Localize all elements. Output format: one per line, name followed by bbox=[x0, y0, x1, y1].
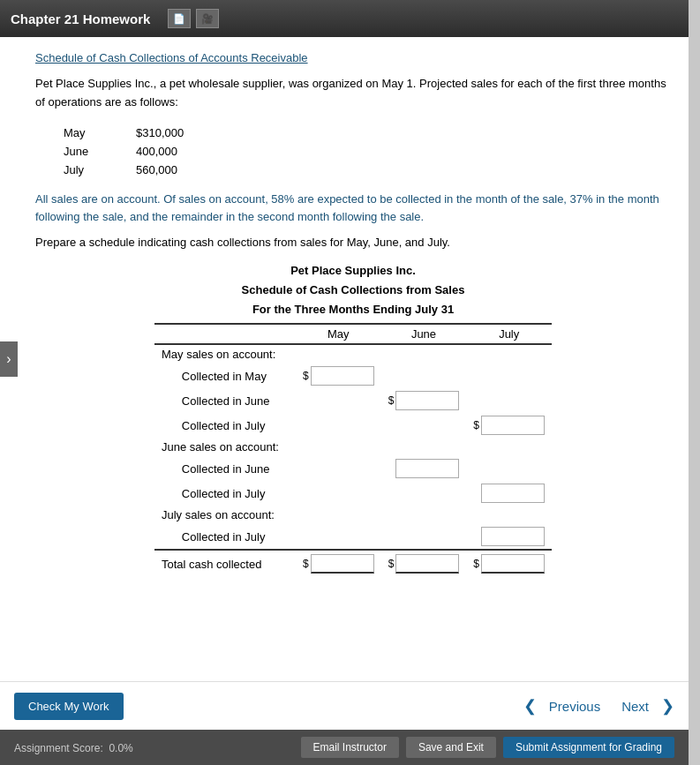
email-instructor-button[interactable]: Email Instructor bbox=[301, 737, 399, 758]
sales-data-table: May $310,000 June 400,000 July 560,000 bbox=[62, 123, 221, 180]
assignment-score: Assignment Score: 0.0% bbox=[14, 741, 133, 754]
assignment-score-label: A bbox=[14, 742, 21, 754]
subtitle: Schedule of Cash Collections of Accounts… bbox=[35, 51, 671, 64]
instruction-text: Prepare a schedule indicating cash colle… bbox=[35, 236, 671, 249]
total-may-cell: $ bbox=[296, 550, 381, 576]
header-title: Chapter 21 Homework bbox=[11, 11, 150, 26]
may-june-cell: $ bbox=[381, 388, 467, 413]
collected-june-from-may-label: Collected in June bbox=[154, 388, 296, 413]
schedule-table: May June July May sales on account: Coll… bbox=[154, 323, 552, 576]
side-arrow-btn[interactable]: › bbox=[0, 341, 18, 377]
dollar-sign: $ bbox=[303, 558, 309, 570]
dollar-sign: $ bbox=[303, 370, 309, 382]
assignment-score-value: 0.0% bbox=[109, 742, 132, 754]
table-row: Collected in June bbox=[154, 456, 552, 481]
june-july-cell bbox=[466, 481, 552, 506]
dollar-sign: $ bbox=[473, 419, 479, 431]
may-june-input[interactable] bbox=[395, 391, 459, 410]
header-icons: 📄 🎥 bbox=[168, 9, 219, 28]
section-header-row: July sales on account: bbox=[154, 506, 552, 524]
may-july-input[interactable] bbox=[481, 416, 545, 435]
col-header-june: June bbox=[381, 324, 467, 344]
total-label: Total cash collected bbox=[154, 550, 296, 576]
table-row: Collected in June $ bbox=[154, 388, 552, 413]
col-header-july: July bbox=[466, 324, 552, 344]
may-sales-label: May sales on account: bbox=[154, 344, 296, 364]
table-row: Collected in July bbox=[154, 481, 552, 506]
collected-may-label: Collected in May bbox=[154, 364, 296, 388]
amount-value: 400,000 bbox=[136, 143, 219, 160]
dollar-sign: $ bbox=[473, 558, 479, 570]
next-button[interactable]: Next bbox=[613, 694, 658, 719]
month-label: June bbox=[64, 143, 134, 160]
collected-july-from-july-label: Collected in July bbox=[154, 524, 296, 550]
total-june-input[interactable] bbox=[395, 554, 459, 574]
col-header-may: May bbox=[296, 324, 381, 344]
schedule-title-line2: Schedule of Cash Collections from Sales bbox=[35, 281, 671, 300]
schedule-title-line1: Pet Place Supplies Inc. bbox=[35, 261, 671, 281]
collected-june-from-june-label: Collected in June bbox=[154, 456, 296, 481]
table-row: June 400,000 bbox=[64, 143, 219, 160]
video-icon-btn[interactable]: 🎥 bbox=[196, 9, 219, 28]
amount-value: $310,000 bbox=[136, 124, 219, 141]
total-june-cell: $ bbox=[381, 550, 467, 576]
footer-bar: Assignment Score: 0.0% Email Instructor … bbox=[0, 730, 689, 765]
assignment-score-label2: ssignment Score: bbox=[21, 742, 103, 754]
july-sales-label: July sales on account: bbox=[154, 506, 296, 524]
schedule-title-line3: For the Three Months Ending July 31 bbox=[35, 300, 671, 319]
month-label: July bbox=[64, 161, 134, 178]
col-header-blank bbox=[154, 324, 296, 344]
may-july-cell: $ bbox=[466, 413, 552, 438]
schedule-title: Pet Place Supplies Inc. Schedule of Cash… bbox=[35, 261, 671, 319]
table-row: July 560,000 bbox=[64, 161, 219, 178]
may-may-input[interactable] bbox=[311, 366, 374, 386]
footer-buttons: Email Instructor Save and Exit Submit As… bbox=[301, 737, 674, 758]
june-june-cell bbox=[381, 456, 467, 481]
next-chevron-icon: ❯ bbox=[661, 696, 674, 716]
july-july-input[interactable] bbox=[481, 527, 545, 546]
table-row: Collected in July $ bbox=[154, 413, 552, 438]
june-june-input[interactable] bbox=[395, 459, 459, 478]
total-july-cell: $ bbox=[466, 550, 552, 576]
description: Pet Place Supplies Inc., a pet wholesale… bbox=[35, 75, 671, 112]
july-july-cell bbox=[466, 524, 552, 550]
note-text: All sales are on account. Of sales on ac… bbox=[35, 191, 671, 228]
submit-assignment-button[interactable]: Submit Assignment for Grading bbox=[503, 737, 674, 758]
table-row: Collected in May $ bbox=[154, 364, 552, 388]
document-icon-btn[interactable]: 📄 bbox=[168, 9, 191, 28]
table-row: Collected in July bbox=[154, 524, 552, 550]
section-header-row: May sales on account: bbox=[154, 344, 552, 364]
document-icon: 📄 bbox=[173, 13, 185, 25]
dollar-sign: $ bbox=[388, 394, 395, 407]
month-label: May bbox=[64, 124, 134, 141]
bottom-nav: Check My Work ❮ Previous Next ❯ bbox=[0, 681, 689, 730]
total-july-input[interactable] bbox=[481, 554, 545, 574]
header: Chapter 21 Homework 📄 🎥 bbox=[0, 0, 689, 37]
content-area: › Schedule of Cash Collections of Accoun… bbox=[0, 37, 689, 681]
collected-july-from-june-label: Collected in July bbox=[154, 481, 296, 506]
dollar-sign: $ bbox=[388, 558, 395, 570]
june-july-input[interactable] bbox=[481, 484, 545, 503]
video-icon: 🎥 bbox=[201, 13, 214, 25]
prev-chevron-icon: ❮ bbox=[523, 696, 537, 716]
total-may-input[interactable] bbox=[311, 554, 374, 574]
amount-value: 560,000 bbox=[136, 161, 219, 178]
previous-button[interactable]: Previous bbox=[540, 694, 609, 719]
collected-july-from-may-label: Collected in July bbox=[154, 413, 296, 438]
section-header-row: June sales on account: bbox=[154, 438, 552, 456]
table-row: May $310,000 bbox=[64, 124, 219, 141]
may-may-cell: $ bbox=[296, 364, 381, 388]
check-my-work-button[interactable]: Check My Work bbox=[14, 693, 124, 720]
nav-buttons: ❮ Previous Next ❯ bbox=[523, 694, 674, 719]
june-sales-label: June sales on account: bbox=[154, 438, 296, 456]
save-and-exit-button[interactable]: Save and Exit bbox=[406, 737, 496, 758]
total-row: Total cash collected $ $ bbox=[154, 550, 552, 576]
